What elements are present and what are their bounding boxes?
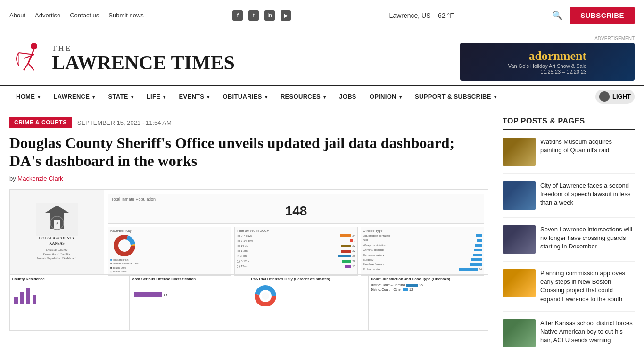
twitter-icon[interactable]: t bbox=[248, 10, 259, 21]
county-chart bbox=[12, 283, 59, 306]
list-item: After Kansas school district forces Nati… bbox=[503, 319, 635, 355]
post-title-link[interactable]: Planning commission approves early steps… bbox=[540, 269, 635, 304]
chevron-down-icon: ▾ bbox=[207, 94, 209, 99]
chevron-down-icon: ▾ bbox=[92, 94, 95, 99]
stat-number: 148 bbox=[111, 204, 481, 219]
post-title-link[interactable]: City of Lawrence faces a second freedom … bbox=[540, 181, 635, 207]
dashboard-county-residence: County Residence bbox=[10, 275, 130, 330]
nav-link-home[interactable]: HOME ▾ bbox=[9, 86, 47, 107]
chevron-down-icon: ▾ bbox=[38, 94, 40, 99]
logo-text-block: THE LAWRENCE TIMES bbox=[52, 44, 235, 73]
nav-link-life[interactable]: LIFE ▾ bbox=[140, 86, 173, 107]
theme-label: LIGHT bbox=[612, 93, 631, 100]
weather-display: Lawrence, US – 62 °F bbox=[380, 12, 463, 19]
svg-rect-20 bbox=[33, 295, 36, 304]
chevron-down-icon: ▾ bbox=[399, 94, 402, 99]
nav-link-resources[interactable]: RESOURCES ▾ bbox=[274, 86, 332, 107]
dashboard-left-col: ★ DOUGLAS COUNTYKANSAS Douglas County Co… bbox=[10, 190, 104, 274]
chevron-down-icon: ▾ bbox=[323, 94, 326, 99]
nav-item-obituaries: OBITUARIES ▾ bbox=[216, 86, 274, 107]
instagram-icon[interactable]: in bbox=[264, 10, 275, 21]
nav-link-support[interactable]: SUPPORT & SUBSCRIBE ▾ bbox=[408, 86, 503, 107]
nav-link-events[interactable]: EVENTS ▾ bbox=[172, 86, 216, 107]
submit-news-link[interactable]: Submit news bbox=[108, 12, 143, 19]
logo-area[interactable]: THE LAWRENCE TIMES bbox=[9, 40, 235, 77]
nav-item-resources: RESOURCES ▾ bbox=[274, 86, 332, 107]
svg-rect-18 bbox=[20, 292, 24, 304]
race-chart bbox=[110, 232, 139, 256]
ad-inner: adornment Van Go's Holiday Art Show & Sa… bbox=[501, 44, 594, 79]
chevron-down-icon: ▾ bbox=[131, 94, 133, 99]
about-link[interactable]: About bbox=[9, 12, 25, 19]
top-bar: About Advertise Contact us Submit news f… bbox=[0, 0, 644, 31]
county-name: DOUGLAS COUNTYKANSAS bbox=[39, 236, 74, 246]
nav-item-opinion: OPINION ▾ bbox=[363, 86, 408, 107]
category-badge[interactable]: CRIME & COURTS bbox=[9, 117, 72, 128]
svg-line-3 bbox=[28, 63, 34, 70]
subscribe-button[interactable]: SUBSCRIBE bbox=[570, 7, 635, 24]
search-button[interactable]: 🔍 bbox=[552, 10, 562, 21]
svg-rect-19 bbox=[26, 288, 30, 304]
list-item: Watkins Museum acquires painting of Quan… bbox=[503, 138, 635, 174]
list-item: City of Lawrence faces a second freedom … bbox=[503, 181, 635, 218]
chevron-down-icon: ▾ bbox=[265, 94, 267, 99]
nav-link-jobs[interactable]: JOBS bbox=[332, 86, 363, 107]
ad-brand-name: adornment bbox=[508, 49, 586, 63]
offense-chart: 81 bbox=[132, 283, 179, 306]
contact-link[interactable]: Contact us bbox=[70, 12, 99, 19]
dashboard-mockup: ★ DOUGLAS COUNTYKANSAS Douglas County Co… bbox=[10, 190, 488, 330]
theme-toggle-item: LIGHT bbox=[595, 90, 635, 104]
list-item: Planning commission approves early steps… bbox=[503, 269, 635, 312]
toggle-dot bbox=[599, 91, 610, 102]
nav-link-opinion[interactable]: OPINION ▾ bbox=[363, 86, 408, 107]
ad-subtitle: Van Go's Holiday Art Show & Sale bbox=[508, 63, 586, 69]
ad-dates: 11.25.23 – 12.20.23 bbox=[508, 69, 586, 74]
post-thumbnail bbox=[503, 225, 536, 254]
article-date: SEPTEMBER 15, 2021 · 11:54 AM bbox=[77, 119, 172, 126]
dashboard-caption-2: Correctional Facility bbox=[43, 252, 70, 256]
nav-item-events: EVENTS ▾ bbox=[172, 86, 216, 107]
svg-text:★: ★ bbox=[55, 222, 58, 226]
post-thumbnail bbox=[503, 269, 536, 297]
main-nav: HOME ▾ LAWRENCE ▾ STATE ▾ LIFE ▾ EVENTS … bbox=[0, 85, 644, 107]
dashboard-offense-class: Most Serious Offense Classification 81 bbox=[130, 275, 249, 330]
author-link[interactable]: Mackenzie Clark bbox=[17, 175, 63, 182]
top-bar-links: About Advertise Contact us Submit news bbox=[9, 12, 144, 19]
dashboard-stats: Total Inmate Population 148 Race/Ethnici… bbox=[104, 190, 488, 274]
article-byline: by Mackenzie Clark bbox=[9, 175, 488, 182]
advertise-link[interactable]: Advertise bbox=[35, 12, 60, 19]
post-title-link[interactable]: After Kansas school district forces Nati… bbox=[540, 319, 635, 345]
post-thumbnail bbox=[503, 319, 536, 347]
svg-point-0 bbox=[31, 43, 37, 49]
stat-title: Total Inmate Population bbox=[111, 197, 481, 202]
logo-figure bbox=[9, 40, 47, 77]
byline-prefix: by bbox=[9, 175, 16, 182]
facebook-icon[interactable]: f bbox=[232, 10, 243, 21]
nav-item-home: HOME ▾ bbox=[9, 86, 47, 107]
site-header: THE LAWRENCE TIMES ADVERTISEMENT adornme… bbox=[0, 31, 644, 85]
article-category-bar: CRIME & COURTS SEPTEMBER 15, 2021 · 11:5… bbox=[9, 117, 488, 128]
sidebar-posts-list: Watkins Museum acquires painting of Quan… bbox=[503, 138, 635, 355]
ad-banner[interactable]: adornment Van Go's Holiday Art Show & Sa… bbox=[460, 43, 635, 81]
dashboard-bottom: County Residence Most Serious Offense Cl… bbox=[10, 274, 488, 330]
nav-link-obituaries[interactable]: OBITUARIES ▾ bbox=[216, 86, 274, 107]
dashboard-court: Court Jurisdiction and Case Type (Offens… bbox=[369, 275, 488, 330]
theme-toggle-button[interactable]: LIGHT bbox=[595, 90, 635, 104]
svg-text:81: 81 bbox=[164, 293, 168, 297]
ad-label-text: ADVERTISEMENT bbox=[460, 36, 635, 41]
svg-rect-21 bbox=[134, 292, 162, 297]
post-title-link[interactable]: Seven Lawrence intersections will no lon… bbox=[540, 225, 635, 251]
post-title-link[interactable]: Watkins Museum acquires painting of Quan… bbox=[540, 138, 635, 155]
nav-link-lawrence[interactable]: LAWRENCE ▾ bbox=[47, 86, 101, 107]
svg-rect-17 bbox=[14, 297, 18, 304]
logo-name: LAWRENCE TIMES bbox=[52, 52, 235, 74]
top-bar-right: 🔍 SUBSCRIBE bbox=[552, 7, 635, 24]
nav-link-state[interactable]: STATE ▾ bbox=[101, 86, 140, 107]
youtube-icon[interactable]: ▶ bbox=[281, 10, 291, 21]
article-area: CRIME & COURTS SEPTEMBER 15, 2021 · 11:5… bbox=[9, 117, 488, 362]
nav-item-lawrence: LAWRENCE ▾ bbox=[47, 86, 101, 107]
post-thumbnail bbox=[503, 138, 536, 166]
article-image: ★ DOUGLAS COUNTYKANSAS Douglas County Co… bbox=[9, 189, 488, 331]
header-ad: ADVERTISEMENT adornment Van Go's Holiday… bbox=[460, 36, 635, 81]
svg-line-4 bbox=[24, 55, 34, 58]
